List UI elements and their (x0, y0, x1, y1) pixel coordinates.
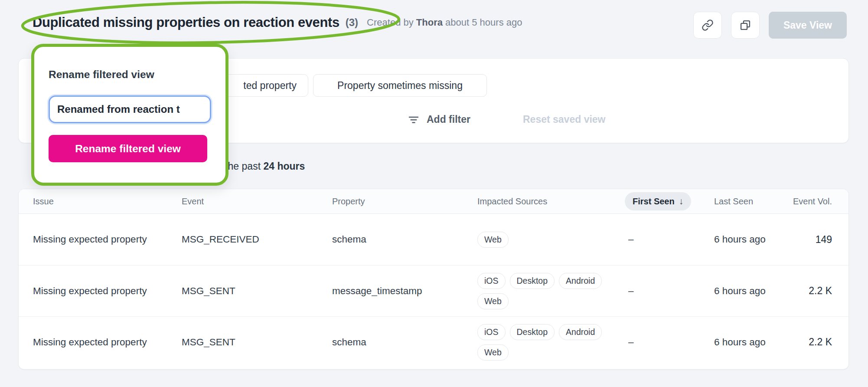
source-pill: Desktop (510, 273, 555, 289)
impacted-sources-cell: iOSDesktopAndroidWeb (477, 267, 625, 315)
source-pill: Android (559, 273, 602, 289)
created-by-text: Created by Thora about 5 hours ago (367, 17, 522, 28)
source-pill: iOS (477, 324, 506, 340)
property-cell: schema (332, 337, 477, 348)
issue-cell: Missing expected property (33, 337, 182, 348)
filter-chip-event-name[interactable]: Event Name: msg ✕ (261, 108, 399, 131)
link-icon (702, 19, 714, 31)
table-header-row: Issue Event Property Impacted Sources Fi… (19, 189, 848, 214)
first-seen-cell: – (625, 337, 714, 348)
issue-type-tab-property-sometimes-missing[interactable]: Property sometimes missing (313, 74, 487, 97)
property-cell: schema (332, 234, 477, 245)
issue-cell: Missing expected property (33, 285, 182, 297)
property-cell: message_timestamp (332, 285, 477, 297)
column-header-event-vol[interactable]: Event Vol. (792, 197, 848, 207)
table-row[interactable]: Missing expected property MSG_SENT messa… (19, 265, 848, 316)
source-pill: Web (477, 293, 509, 309)
rename-filtered-view-popup: Rename filtered view Rename filtered vie… (31, 44, 228, 186)
impacted-sources-cell: Web (477, 226, 625, 254)
rename-filtered-view-button[interactable]: Rename filtered view (49, 135, 207, 162)
page-header: Duplicated missing properties on reactio… (33, 0, 522, 45)
column-header-impacted-sources[interactable]: Impacted Sources (477, 197, 625, 207)
impacted-sources-cell: iOSDesktopAndroidWeb (477, 318, 625, 367)
popup-title: Rename filtered view (49, 69, 211, 81)
header-actions: Save View (693, 12, 847, 39)
source-pill: Android (559, 324, 602, 340)
column-header-last-seen[interactable]: Last Seen (714, 197, 792, 207)
source-pill: Web (477, 344, 509, 361)
event-cell: MSG_RECEIVED (182, 234, 332, 245)
column-header-issue[interactable]: Issue (33, 197, 182, 207)
view-name-input[interactable] (49, 95, 211, 123)
source-pill: iOS (477, 273, 506, 289)
event-vol-cell: 149 (792, 234, 848, 246)
source-pill: Desktop (510, 324, 555, 340)
event-cell: MSG_SENT (182, 285, 332, 297)
page-title: Duplicated missing properties on reactio… (33, 15, 339, 30)
last-seen-cell: 6 hours ago (714, 285, 792, 297)
event-cell: MSG_SENT (182, 337, 332, 348)
duplicate-view-button[interactable] (731, 12, 760, 39)
column-header-property[interactable]: Property (332, 197, 477, 207)
close-icon[interactable]: ✕ (381, 114, 389, 125)
first-seen-cell: – (625, 285, 714, 297)
copy-link-button[interactable] (693, 12, 722, 39)
column-header-event[interactable]: Event (182, 197, 332, 207)
issue-count-badge: (3) (346, 16, 358, 29)
table-row[interactable]: Missing expected property MSG_RECEIVED s… (19, 214, 848, 265)
filter-lines-icon (407, 113, 420, 126)
close-icon[interactable]: ✕ (239, 114, 248, 125)
first-seen-cell: – (625, 234, 714, 245)
event-vol-cell: 2.2 K (792, 285, 848, 297)
copy-icon (739, 19, 751, 31)
issue-cell: Missing expected property (33, 234, 182, 245)
last-seen-cell: 6 hours ago (714, 337, 792, 348)
table-row[interactable]: Missing expected property MSG_SENT schem… (19, 316, 848, 367)
event-vol-cell: 2.2 K (792, 336, 848, 348)
source-pill: Web (477, 232, 509, 248)
sort-descending-icon: ↓ (679, 196, 684, 207)
issues-table: Issue Event Property Impacted Sources Fi… (18, 189, 849, 370)
filter-chip-value: msg (331, 114, 349, 125)
reset-saved-view-button[interactable]: Reset saved view (523, 108, 606, 131)
table-body: Missing expected property MSG_RECEIVED s… (19, 214, 848, 367)
author-name: Thora (416, 17, 443, 28)
save-view-button[interactable]: Save View (769, 12, 847, 39)
add-filter-button[interactable]: Add filter (407, 108, 470, 131)
last-seen-cell: 6 hours ago (714, 234, 792, 245)
column-header-first-seen-sorted[interactable]: First Seen ↓ (625, 192, 691, 210)
issues-summary-text: n the past 24 hours (217, 161, 305, 172)
